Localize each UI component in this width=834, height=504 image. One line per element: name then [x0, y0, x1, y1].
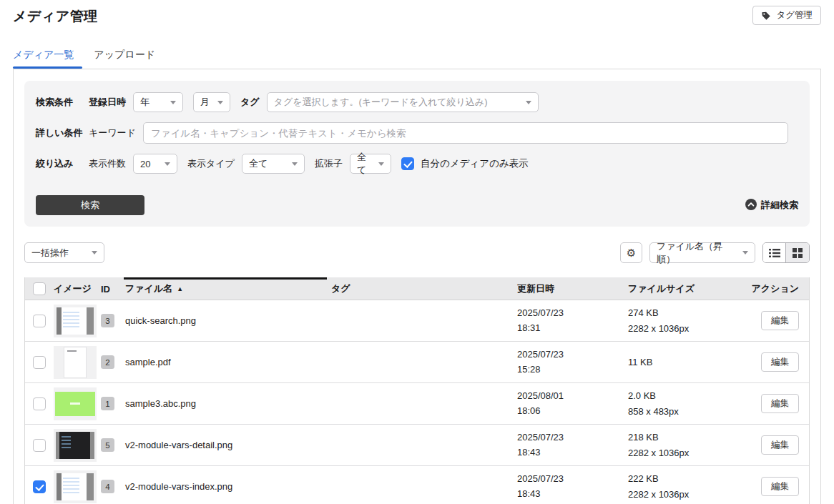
filename-cell[interactable]: quick-search.png [125, 315, 331, 326]
table-row: 2 sample.pdf 2025/07/23 15:28 11 KB 編集 [25, 342, 809, 383]
updated-cell: 2025/07/23 18:43 [517, 430, 628, 459]
header-tag: タグ [331, 282, 517, 295]
media-table: イメージ ID ファイル名 ▲ タグ 更新日時 ファイルサイズ アクション 3 … [24, 277, 810, 504]
table-row: 3 quick-search.png 2025/07/23 18:31 274 … [25, 300, 809, 342]
filename-cell[interactable]: v2-module-vars-index.png [125, 481, 331, 492]
header-updated: 更新日時 [517, 282, 628, 295]
row-checkbox[interactable] [33, 315, 46, 327]
chevron-down-icon [292, 162, 298, 166]
bulk-action-value: 一括操作 [31, 247, 69, 260]
table-row: 1 sample3.abc.png 2025/08/01 18:06 2.0 K… [25, 383, 809, 425]
display-count-value: 20 [140, 159, 150, 169]
detail-conditions-label: 詳しい条件 [36, 127, 89, 139]
display-count-label: 表示件数 [89, 157, 126, 170]
row-checkbox[interactable] [33, 439, 46, 452]
file-size: 222 KB [628, 471, 750, 486]
chevron-up-circle-icon [745, 199, 757, 212]
media-id-badge: 2 [101, 355, 114, 369]
chevron-down-icon [217, 101, 223, 104]
edit-button[interactable]: 編集 [761, 352, 799, 372]
tag-icon [761, 11, 771, 21]
search-actions-row: 検索 詳細検索 [36, 195, 798, 215]
advanced-search-link[interactable]: 詳細検索 [745, 199, 798, 212]
file-dimensions: 2282 x 1036px [628, 487, 750, 502]
tab-upload[interactable]: アップロード [94, 43, 164, 69]
search-conditions-label: 検索条件 [36, 96, 89, 109]
edit-button[interactable]: 編集 [761, 311, 799, 330]
tag-manage-button[interactable]: タグ管理 [752, 6, 821, 25]
row-checkbox[interactable] [33, 356, 46, 369]
header-filesize: ファイルサイズ [628, 282, 750, 295]
select-all-checkbox[interactable] [33, 282, 46, 295]
updated-date: 2025/07/23 [517, 306, 628, 320]
grid-view-icon [793, 248, 803, 258]
own-media-checkbox[interactable] [401, 157, 414, 170]
sort-select-value: ファイル名（昇順） [657, 240, 737, 266]
month-select[interactable]: 月 [193, 92, 230, 112]
display-type-value: 全て [249, 157, 268, 170]
thumbnail[interactable] [54, 387, 97, 420]
toolbar-right: ⚙ ファイル名（昇順） [620, 242, 810, 263]
chevron-down-icon [165, 162, 170, 166]
tag-label: タグ [240, 96, 260, 109]
extension-value: 全て [357, 151, 373, 177]
header-action: アクション [750, 282, 809, 295]
header-id: ID [101, 284, 125, 295]
search-conditions-row: 検索条件 登録日時 年 月 タグ タグを選択します。(キーワードを入れて絞り込み… [36, 92, 798, 112]
filename-cell[interactable]: sample.pdf [125, 357, 331, 367]
search-button[interactable]: 検索 [36, 195, 144, 215]
updated-date: 2025/07/23 [517, 472, 628, 486]
thumbnail[interactable] [54, 429, 97, 462]
tag-select[interactable]: タグを選択します。(キーワードを入れて絞り込み) [267, 92, 539, 112]
display-count-select[interactable]: 20 [133, 154, 177, 174]
list-view-button[interactable] [763, 243, 786, 262]
updated-cell: 2025/08/01 18:06 [517, 389, 628, 417]
updated-time: 18:43 [517, 487, 628, 501]
settings-button[interactable]: ⚙ [620, 242, 642, 263]
row-checkbox[interactable] [33, 397, 46, 410]
edit-button[interactable]: 編集 [761, 477, 799, 496]
gear-icon: ⚙ [627, 247, 636, 260]
year-select[interactable]: 年 [133, 92, 183, 112]
grid-view-button[interactable] [786, 243, 809, 262]
updated-time: 15:28 [517, 362, 628, 377]
extension-select[interactable]: 全て [350, 154, 391, 174]
display-type-label: 表示タイプ [187, 157, 235, 170]
tab-media-list[interactable]: メディア一覧 [13, 43, 82, 69]
chevron-down-icon [378, 162, 384, 166]
extension-label: 拡張子 [315, 157, 343, 170]
bulk-action-select[interactable]: 一括操作 [24, 242, 104, 263]
file-size: 274 KB [628, 305, 750, 320]
media-id-badge: 5 [101, 438, 114, 452]
updated-date: 2025/08/01 [517, 389, 628, 403]
filter-row: 絞り込み 表示件数 20 表示タイプ 全て 拡張子 全て 自分のメディアのみ表示 [36, 154, 798, 174]
search-panel: 検索条件 登録日時 年 月 タグ タグを選択します。(キーワードを入れて絞り込み… [24, 81, 810, 227]
year-select-value: 年 [140, 96, 149, 109]
file-size: 218 KB [628, 430, 750, 445]
table-row: 5 v2-module-vars-detail.png 2025/07/23 1… [25, 425, 809, 466]
updated-time: 18:06 [517, 404, 628, 418]
display-type-select[interactable]: 全て [242, 154, 305, 174]
tag-manage-label: タグ管理 [776, 9, 813, 21]
thumbnail[interactable] [54, 470, 97, 503]
filename-cell[interactable]: v2-module-vars-detail.png [125, 440, 331, 450]
filesize-cell: 218 KB 2282 x 1036px [628, 430, 750, 460]
filename-cell[interactable]: sample3.abc.png [125, 398, 331, 409]
media-panel: 検索条件 登録日時 年 月 タグ タグを選択します。(キーワードを入れて絞り込み… [13, 69, 821, 504]
header-filename[interactable]: ファイル名 ▲ [125, 277, 331, 300]
chevron-down-icon [526, 101, 531, 104]
sort-select[interactable]: ファイル名（昇順） [649, 242, 755, 263]
thumbnail[interactable] [54, 305, 97, 337]
media-id-badge: 4 [101, 480, 114, 493]
row-checkbox[interactable] [33, 480, 46, 493]
month-select-value: 月 [200, 96, 210, 109]
keyword-input[interactable] [143, 122, 788, 144]
list-toolbar: 一括操作 ⚙ ファイル名（昇順） [24, 242, 810, 263]
edit-button[interactable]: 編集 [761, 435, 799, 455]
filesize-cell: 11 KB [628, 355, 750, 370]
edit-button[interactable]: 編集 [761, 394, 799, 413]
list-view-icon [769, 248, 780, 258]
updated-cell: 2025/07/23 15:28 [517, 347, 628, 376]
thumbnail[interactable] [54, 346, 97, 379]
filter-label: 絞り込み [36, 157, 89, 170]
